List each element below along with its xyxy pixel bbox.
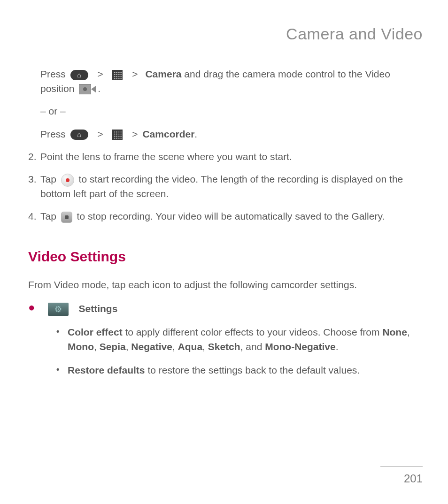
- apps-grid-icon: [112, 130, 123, 140]
- breadcrumb-separator: >: [132, 127, 138, 141]
- home-key-icon: [70, 70, 88, 80]
- step-content: Tap to start recording the video. The le…: [40, 172, 423, 201]
- step-number: 4.: [28, 209, 40, 223]
- opt-sepia: Sepia: [100, 341, 126, 352]
- opt-negative: Negative: [131, 341, 172, 352]
- bullet-marker: ●: [28, 302, 46, 316]
- section-heading-video-settings: Video Settings: [28, 246, 423, 267]
- page-title: Camera and Video: [28, 23, 423, 46]
- tap-label: Tap: [40, 211, 56, 221]
- step-text: Point the lens to frame the scene where …: [40, 150, 292, 164]
- breadcrumb-separator: >: [97, 127, 103, 141]
- opt-none: None: [382, 327, 407, 337]
- press-label: Press: [40, 129, 66, 139]
- opt-mono-negative: Mono-Negative: [265, 341, 336, 352]
- step-2: 2. Point the lens to frame the scene whe…: [28, 150, 423, 164]
- opt-aqua: Aqua: [178, 341, 203, 352]
- bullet-marker: •: [56, 325, 68, 354]
- restore-defaults-text: Restore defaults to restore the settings…: [68, 363, 360, 377]
- step-number: 2.: [28, 150, 40, 164]
- opt-mono: Mono: [68, 341, 94, 352]
- camcorder-app-label: Camcorder: [142, 129, 194, 139]
- punctuation: .: [194, 129, 197, 139]
- breadcrumb-separator: >: [132, 67, 138, 81]
- step-4: 4. Tap to stop recording. Your video wil…: [28, 209, 423, 223]
- stop-button-icon: [61, 212, 72, 223]
- footer-rule: [380, 466, 423, 467]
- video-mode-icon: [79, 84, 96, 94]
- page-footer: 201: [380, 466, 423, 487]
- press-label: Press: [40, 69, 66, 79]
- settings-row: Settings: [46, 302, 117, 316]
- restore-defaults-label: Restore defaults: [68, 365, 145, 375]
- home-key-icon: [70, 130, 88, 140]
- step-text: to start recording the video. The length…: [40, 174, 403, 199]
- restore-defaults-bullet: • Restore defaults to restore the settin…: [56, 363, 423, 377]
- step-content: Tap to stop recording. Your video will b…: [40, 209, 385, 223]
- step-3: 3. Tap to start recording the video. The…: [28, 172, 423, 201]
- video-settings-intro: From Video mode, tap each icon to adjust…: [28, 278, 423, 292]
- camera-app-label: Camera: [145, 69, 181, 79]
- color-effect-text: Color effect to apply different color ef…: [68, 325, 423, 354]
- color-effect-label: Color effect: [68, 327, 123, 337]
- apps-grid-icon: [112, 70, 123, 80]
- opt-sketch: Sketch: [208, 341, 240, 352]
- settings-gear-icon: [48, 303, 69, 316]
- settings-label: Settings: [79, 303, 118, 314]
- settings-bullet: ● Settings: [28, 302, 423, 316]
- step1-line1: Press > > Camera and drag the camera mod…: [40, 67, 423, 96]
- tap-label: Tap: [40, 174, 56, 184]
- step-number: 3.: [28, 172, 40, 201]
- page-number: 201: [380, 471, 423, 487]
- step-text: to stop recording. Your video will be au…: [77, 211, 385, 221]
- record-button-icon: [61, 174, 74, 187]
- step1-line2: Press > > Camcorder.: [40, 127, 423, 141]
- step1-or: – or –: [40, 104, 423, 118]
- punctuation: .: [98, 83, 100, 94]
- color-effect-bullet: • Color effect to apply different color …: [56, 325, 423, 354]
- breadcrumb-separator: >: [97, 67, 103, 81]
- bullet-marker: •: [56, 363, 68, 377]
